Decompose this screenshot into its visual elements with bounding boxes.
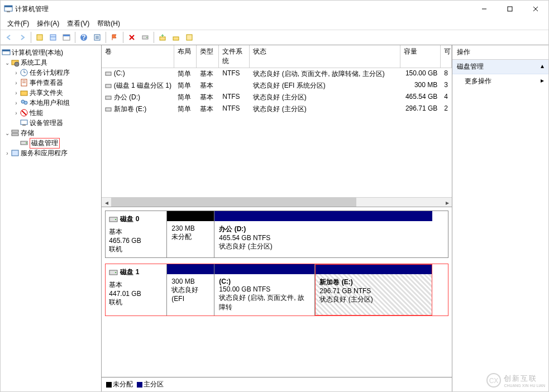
col-layout[interactable]: 布局	[174, 45, 197, 68]
volume-list[interactable]: 卷 布局 类型 文件系统 状态 容量 可 (C:)简单基本NTFS状态良好 (启…	[102, 45, 452, 207]
tree-users[interactable]: ›本地用户和组	[1, 98, 101, 108]
toolbar: ?	[1, 30, 548, 45]
actions-more[interactable]: 更多操作 ▸	[452, 74, 548, 88]
tree-root[interactable]: 计算机管理(本地)	[1, 47, 101, 58]
svg-rect-41	[22, 125, 26, 126]
tb-action1-icon[interactable]	[156, 31, 169, 44]
svg-rect-4	[508, 7, 512, 11]
partition[interactable]: 办公 (D:)465.54 GB NTFS状态良好 (主分区)	[214, 211, 432, 257]
svg-rect-48	[106, 84, 111, 88]
h-scrollbar[interactable]: ◂ ▸	[102, 197, 452, 207]
col-last[interactable]: 可	[441, 45, 452, 68]
scroll-left-icon[interactable]: ◂	[102, 198, 111, 207]
svg-text:?: ?	[82, 34, 85, 41]
back-button[interactable]	[3, 31, 15, 44]
tree-diskmgmt[interactable]: 磁盘管理	[1, 138, 101, 148]
window-title: 计算机管理	[15, 4, 471, 14]
volume-row[interactable]: (C:)简单基本NTFS状态良好 (启动, 页面文件, 故障转储, 主分区)15…	[102, 68, 452, 80]
actions-section[interactable]: 磁盘管理 ▴	[452, 60, 548, 74]
svg-rect-43	[12, 133, 18, 136]
svg-point-37	[24, 101, 27, 104]
maximize-button[interactable]	[497, 1, 523, 17]
svg-point-45	[26, 142, 27, 144]
svg-point-28	[15, 62, 19, 66]
volume-row[interactable]: (磁盘 1 磁盘分区 1)简单基本状态良好 (EFI 系统分区)300 MB3	[102, 80, 452, 92]
help-icon[interactable]: ?	[78, 31, 90, 44]
tree-services[interactable]: ›服务和应用程序	[1, 148, 101, 158]
svg-rect-42	[12, 130, 18, 132]
disk-info: 磁盘 0基本465.76 GB联机	[106, 211, 167, 257]
svg-rect-8	[50, 35, 56, 40]
watermark-logo-icon: CX	[486, 372, 502, 388]
col-volume[interactable]: 卷	[102, 45, 174, 68]
tb-drive-icon[interactable]	[139, 31, 151, 44]
menu-file[interactable]: 文件(F)	[4, 18, 32, 30]
menubar: 文件(F) 操作(A) 查看(V) 帮助(H)	[1, 17, 548, 30]
volume-list-header[interactable]: 卷 布局 类型 文件系统 状态 容量 可	[102, 45, 452, 68]
watermark: CX 创新互联CHUANG XIN HU LIAN	[486, 372, 545, 388]
tb-action3-icon[interactable]	[183, 31, 195, 44]
svg-rect-50	[106, 108, 111, 111]
col-status[interactable]: 状态	[250, 45, 400, 68]
tree-share[interactable]: ›共享文件夹	[1, 88, 101, 98]
tb-icon-3[interactable]	[60, 31, 73, 44]
svg-rect-47	[106, 72, 111, 75]
minimize-button[interactable]	[471, 1, 497, 17]
partition[interactable]: 新加卷 (E:)296.71 GB NTFS状态良好 (主分区)	[315, 264, 432, 315]
disk-info: 磁盘 1基本447.01 GB联机	[106, 264, 167, 315]
disk-graphical-view[interactable]: 磁盘 0基本465.76 GB联机230 MB未分配办公 (D:)465.54 …	[102, 207, 452, 377]
collapse-icon[interactable]: ▴	[541, 62, 544, 71]
tree-pane[interactable]: 计算机管理(本地) ⌄ 系统工具 ›任务计划程序 ›事件查看器 ›共享文件夹 ›…	[1, 45, 102, 391]
scroll-thumb[interactable]	[111, 198, 356, 207]
partition[interactable]: 300 MB状态良好 (EFI	[167, 264, 214, 315]
svg-rect-40	[21, 120, 27, 125]
app-icon	[4, 4, 13, 13]
svg-point-54	[115, 272, 116, 273]
tb-icon-1[interactable]	[34, 31, 46, 44]
tb-list-icon[interactable]	[91, 31, 103, 44]
menu-view[interactable]: 查看(V)	[64, 18, 93, 30]
tree-event[interactable]: ›事件查看器	[1, 78, 101, 88]
tree-storage[interactable]: ⌄存储	[1, 128, 101, 138]
tb-icon-2[interactable]	[47, 31, 59, 44]
disk-item[interactable]: 磁盘 1基本447.01 GB联机300 MB状态良好 (EFI (C:)150…	[105, 264, 448, 316]
tb-flag-icon[interactable]	[108, 31, 121, 44]
forward-button[interactable]	[16, 31, 28, 44]
svg-point-21	[146, 37, 147, 38]
col-type[interactable]: 类型	[197, 45, 219, 68]
legend: 未分配 主分区	[102, 377, 452, 391]
tree-task[interactable]: ›任务计划程序	[1, 68, 101, 78]
scroll-right-icon[interactable]: ▸	[442, 198, 452, 207]
titlebar: 计算机管理	[1, 1, 548, 17]
close-button[interactable]	[523, 1, 548, 17]
svg-rect-22	[160, 37, 165, 40]
col-fs[interactable]: 文件系统	[219, 45, 250, 68]
tb-delete-icon[interactable]	[126, 31, 138, 44]
svg-rect-49	[106, 96, 111, 99]
actions-head: 操作	[452, 45, 548, 60]
svg-rect-23	[173, 37, 179, 40]
volume-row[interactable]: 新加卷 (E:)简单基本NTFS状态良好 (主分区)296.71 GB2	[102, 103, 452, 115]
partition[interactable]: (C:)150.00 GB NTFS状态良好 (启动, 页面文件, 故障转	[214, 264, 315, 315]
col-capacity[interactable]: 容量	[400, 45, 441, 68]
svg-rect-1	[4, 6, 12, 7]
svg-point-52	[115, 219, 116, 220]
chevron-right-icon: ▸	[541, 77, 544, 86]
svg-rect-26	[2, 50, 10, 51]
menu-help[interactable]: 帮助(H)	[94, 18, 123, 30]
disk-item[interactable]: 磁盘 0基本465.76 GB联机230 MB未分配办公 (D:)465.54 …	[105, 211, 448, 258]
svg-rect-2	[7, 11, 10, 12]
tree-devmgr[interactable]: 设备管理器	[1, 118, 101, 128]
tree-perf[interactable]: ›性能	[1, 108, 101, 118]
tree-systools[interactable]: ⌄ 系统工具	[1, 58, 101, 68]
svg-rect-46	[12, 150, 18, 156]
menu-action[interactable]: 操作(A)	[34, 18, 63, 30]
volume-row[interactable]: 办公 (D:)简单基本NTFS状态良好 (主分区)465.54 GB4	[102, 92, 452, 103]
svg-rect-35	[21, 91, 27, 95]
svg-rect-11	[63, 35, 70, 36]
partition[interactable]: 230 MB未分配	[167, 211, 214, 257]
actions-pane: 操作 磁盘管理 ▴ 更多操作 ▸	[452, 45, 548, 391]
svg-rect-24	[187, 35, 192, 40]
svg-text:CX: CX	[489, 377, 499, 385]
tb-action2-icon[interactable]	[170, 31, 182, 44]
